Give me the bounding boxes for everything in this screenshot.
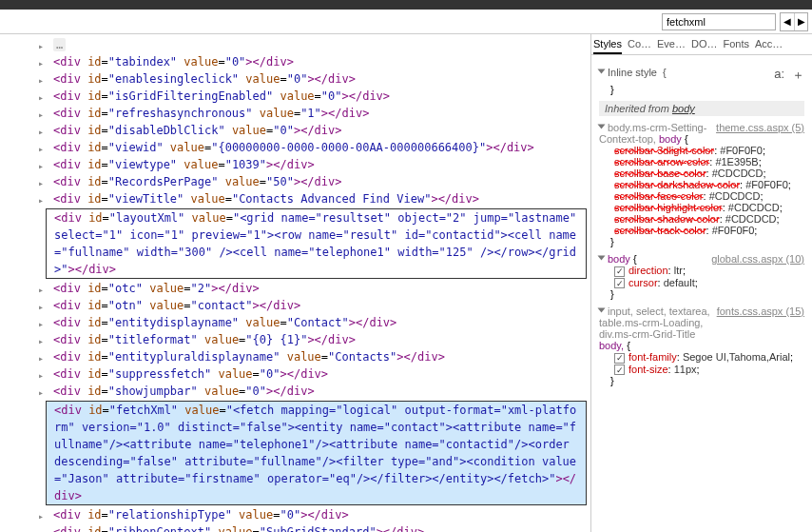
collapse-icon[interactable] <box>598 308 606 313</box>
css-declaration[interactable]: scrollbar-highlight-color: #CDCDCD; <box>599 202 804 213</box>
css-prop-value: #F0F0F0 <box>720 145 763 156</box>
sidebar-tab[interactable]: Acc… <box>755 38 783 54</box>
search-input[interactable] <box>662 13 776 30</box>
expand-toggle-icon[interactable]: ▸ <box>38 525 48 532</box>
css-prop-name: scrollbar-highlight-color <box>614 202 723 213</box>
css-prop-name: scrollbar-darkshadow-color <box>614 179 740 190</box>
inline-style-header: Inline style { a: ＋ <box>599 67 804 84</box>
css-rule-header: input, select, textarea, table.ms-crm-Lo… <box>599 305 804 351</box>
css-prop-name: scrollbar-face-color <box>614 190 704 202</box>
css-selector: body <box>659 133 682 145</box>
window-titlebar <box>0 0 812 10</box>
brace-close: } <box>599 375 804 386</box>
search-nav: ◀ ▶ <box>780 12 808 31</box>
dom-node[interactable]: ▸<div id="showjumpbar" value="0"></div> <box>11 383 590 400</box>
css-source-link[interactable]: fonts.css.aspx (15) <box>717 305 804 317</box>
css-source-link[interactable]: global.css.aspx (10) <box>711 253 804 265</box>
checkbox-icon[interactable]: ✓ <box>614 278 625 288</box>
css-prop-value: #CDCDCD <box>725 213 777 225</box>
css-prop-name: direction <box>628 265 668 276</box>
dom-node[interactable]: ▸<div id="otc" value="2"></div> <box>11 280 590 297</box>
css-prop-name: scrollbar-arrow-color <box>614 156 709 167</box>
collapse-icon[interactable] <box>598 256 606 261</box>
inherited-from-link[interactable]: body <box>672 103 695 114</box>
dom-node[interactable]: ▸<div id="RecordsPerPage" value="50"></d… <box>11 173 590 190</box>
css-prop-value: #1E395B <box>715 156 758 167</box>
dom-node[interactable]: ▸<div id="ribbonContext" value="SubGridS… <box>11 523 590 532</box>
css-rule-header: body { global.css.aspx (10) <box>599 253 804 265</box>
css-selector: body, <box>599 340 624 351</box>
dom-node[interactable]: ▸<div id="suppressfetch" value="0"></div… <box>11 365 590 383</box>
truncated-ellipsis: … <box>53 38 66 51</box>
css-declaration[interactable]: scrollbar-3dlight-color: #F0F0F0; <box>599 145 804 156</box>
css-prop-name: cursor <box>628 277 658 288</box>
css-declaration[interactable]: ✓font-size: 11px; <box>599 364 804 376</box>
dom-node[interactable]: ▸<div id="relationshipType" value="0"></… <box>11 506 590 523</box>
brace-close: } <box>599 84 804 95</box>
css-declaration[interactable]: scrollbar-darkshadow-color: #F0F0F0; <box>599 179 804 190</box>
sidebar-tab[interactable]: Fonts <box>724 38 750 54</box>
css-prop-name: scrollbar-3dlight-color <box>614 145 714 156</box>
dom-node[interactable]: ▸<div id="viewtype" value="1039"></div> <box>11 156 590 173</box>
search-prev-button[interactable]: ◀ <box>781 13 794 30</box>
css-declaration[interactable]: ✓cursor: default; <box>599 277 804 289</box>
css-selector-off: body.ms-crm-Setting-Context-top, <box>599 122 706 145</box>
css-declaration[interactable]: ✓font-family: Segoe UI,Tahoma,Arial; <box>599 351 804 364</box>
search-next-button[interactable]: ▶ <box>794 13 807 30</box>
css-prop-name: scrollbar-shadow-color <box>614 213 720 225</box>
add-rule-button[interactable]: ＋ <box>792 67 804 84</box>
css-prop-value: Segoe UI,Tahoma,Arial <box>683 351 790 363</box>
collapse-icon[interactable] <box>598 125 606 129</box>
sidebar-tab[interactable]: Co… <box>628 38 651 54</box>
sidebar-tab[interactable]: DO… <box>691 38 718 54</box>
dom-node[interactable]: ▸<div id="isGridFilteringEnabled" value=… <box>11 88 590 105</box>
css-prop-name: scrollbar-track-color <box>614 225 706 236</box>
css-prop-name: font-family <box>628 351 677 363</box>
css-prop-name: font-size <box>628 364 668 375</box>
css-prop-value: #F0F0F0 <box>745 179 788 190</box>
css-declaration[interactable]: scrollbar-arrow-color: #1E395B; <box>599 156 804 167</box>
css-declaration[interactable]: ✓direction: ltr; <box>599 265 804 277</box>
expand-toggle-icon[interactable]: ▸ <box>38 192 48 209</box>
dom-node[interactable]: ▸<div id="viewid" value="{00000000-0000-… <box>11 139 590 156</box>
dom-node[interactable]: ▸… <box>11 36 590 53</box>
inline-style-label: Inline style <box>608 67 657 78</box>
css-prop-value: #CDCDCD <box>709 190 761 202</box>
css-declaration[interactable]: scrollbar-base-color: #CDCDCD; <box>599 167 804 179</box>
css-prop-value: #F0F0F0 <box>712 225 755 236</box>
dom-node[interactable]: ▸<div id="enablesingleclick" value="0"><… <box>11 70 590 88</box>
checkbox-icon[interactable]: ✓ <box>614 365 625 375</box>
brace-close: } <box>599 236 804 247</box>
collapse-icon[interactable] <box>598 69 606 74</box>
sidebar-tab[interactable]: Eve… <box>657 38 686 54</box>
brace-close: } <box>599 288 804 300</box>
dom-node[interactable]: ▸<div id="tabindex" value="0"></div> <box>11 53 590 70</box>
css-declaration[interactable]: scrollbar-track-color: #F0F0F0; <box>599 225 804 236</box>
css-prop-value: ltr <box>674 265 683 276</box>
find-bar: ◀ ▶ <box>0 10 812 34</box>
css-source-link[interactable]: theme.css.aspx (5) <box>716 122 804 133</box>
css-declaration[interactable]: scrollbar-shadow-color: #CDCDCD; <box>599 213 804 225</box>
checkbox-icon[interactable]: ✓ <box>614 353 625 364</box>
css-selector: body <box>608 253 630 265</box>
css-declaration[interactable]: scrollbar-face-color: #CDCDCD; <box>599 190 804 202</box>
dom-node[interactable]: ▸<div id="entitypluraldisplayname" value… <box>11 348 590 365</box>
css-selector-off: input, select, textarea, table.ms-crm-Lo… <box>599 305 710 340</box>
dom-node[interactable]: ▸<div id="entitydisplayname" value="Cont… <box>11 314 590 331</box>
sidebar-tabs: StylesCo…Eve…DO…FontsAcc… <box>591 34 812 55</box>
dom-node[interactable]: ▸<div id="otn" value="contact"></div> <box>11 297 590 314</box>
dom-node-fetchxml-selected[interactable]: <div id="fetchXml" value="<fetch mapping… <box>46 401 587 505</box>
css-prop-value: #CDCDCD <box>712 167 764 179</box>
expand-toggle-icon[interactable]: ▸ <box>38 384 48 402</box>
elements-dom-tree[interactable]: ▸…▸<div id="tabindex" value="0"></div>▸<… <box>0 34 591 532</box>
dom-node[interactable]: ▸<div id="viewTitle" value="Contacts Adv… <box>11 190 590 207</box>
dom-node-layoutxml[interactable]: <div id="layoutXml" value="<grid name="r… <box>46 208 587 279</box>
dom-node[interactable]: ▸<div id="titleformat" value="{0} {1}"><… <box>11 331 590 348</box>
color-format-button[interactable]: a: <box>774 67 784 84</box>
dom-node[interactable]: ▸<div id="refreshasynchronous" value="1"… <box>11 105 590 122</box>
styles-sidebar: StylesCo…Eve…DO…FontsAcc… Inline style {… <box>591 34 812 532</box>
dom-node[interactable]: ▸<div id="disableDblClick" value="0"></d… <box>11 122 590 139</box>
css-prop-value: 11px <box>674 364 697 375</box>
checkbox-icon[interactable]: ✓ <box>614 266 625 277</box>
sidebar-tab[interactable]: Styles <box>593 38 622 54</box>
